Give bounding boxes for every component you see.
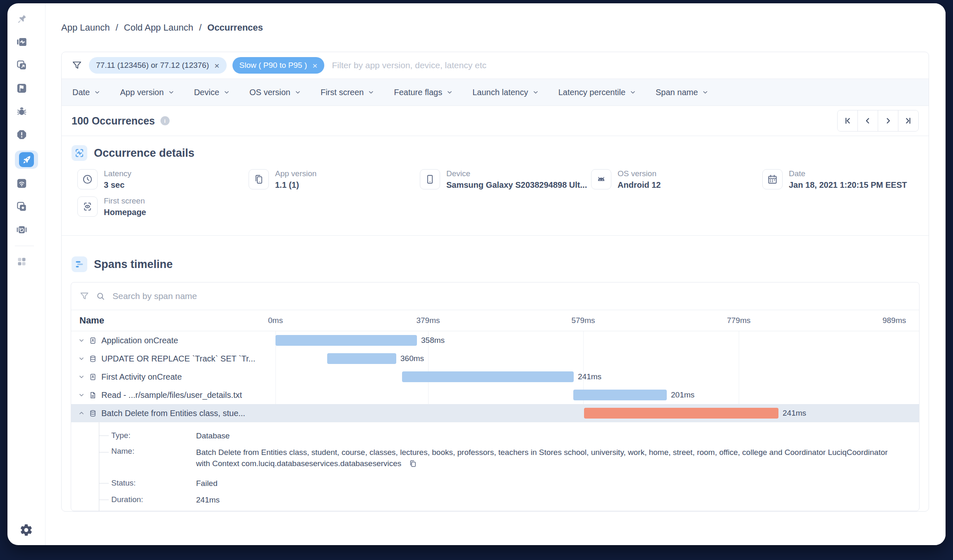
filter-chip[interactable]: Slow ( P90 to P95 )×: [232, 57, 325, 74]
dropdown-label: App version: [120, 88, 164, 97]
field-text: OS versionAndroid 12: [618, 169, 661, 190]
chevron-down-icon[interactable]: [79, 392, 84, 398]
filter-chip[interactable]: 77.11 (123456) or 77.12 (12376)×: [89, 57, 227, 74]
span-detail-row-status: Status:Failed: [111, 475, 909, 491]
field-date: DateJan 18, 2021 1:20:15 PM EEST: [762, 169, 929, 190]
filter-dropdown-first-screen[interactable]: First screen: [321, 88, 374, 97]
occurrences-card: 77.11 (123456) or 77.12 (12376)×Slow ( P…: [61, 52, 929, 512]
main-area: App Launch/Cold App Launch/Occurrences 7…: [45, 3, 946, 545]
span-name-text: UPDATE OR REPLACE `Track` SET `Tr...: [101, 354, 255, 364]
app-icon: [89, 337, 97, 345]
span-detail-value: Batch Delete from Entities class, studen…: [196, 447, 895, 469]
span-row-name: Batch Delete from Entities class, stue..…: [71, 409, 275, 418]
launch-icon: [19, 152, 34, 167]
sidebar-item-featured[interactable]: [15, 199, 29, 213]
filter-dropdown-row: DateApp versionDeviceOS versionFirst scr…: [62, 79, 929, 106]
span-detail-value: 241ms: [196, 494, 220, 505]
app-icon: [89, 373, 97, 381]
span-detail-label: Status:: [111, 479, 196, 488]
span-row[interactable]: First Activity onCreate241ms: [71, 368, 919, 386]
field-label: Latency: [104, 169, 132, 178]
span-name-text: First Activity onCreate: [101, 372, 182, 382]
spans-table-card: Name 0ms379ms579ms779ms989ms Application…: [71, 282, 919, 511]
copy-icon[interactable]: [409, 459, 417, 468]
span-detail-value: Database: [196, 430, 230, 441]
info-icon[interactable]: i: [160, 116, 170, 125]
filter-dropdown-feature-flags[interactable]: Feature flags: [394, 88, 453, 97]
filter-dropdown-app-version[interactable]: App version: [120, 88, 174, 97]
sidebar-item-bug[interactable]: [15, 104, 29, 118]
field-text: App version1.1 (1): [275, 169, 316, 190]
filter-dropdown-latency-percentile[interactable]: Latency percentile: [558, 88, 636, 97]
chevron-down-icon[interactable]: [79, 374, 84, 380]
span-filter-funnel-icon: [79, 291, 89, 301]
chip-remove-icon[interactable]: ×: [312, 61, 317, 70]
chevron-down-icon: [368, 89, 374, 95]
filter-dropdown-device[interactable]: Device: [194, 88, 230, 97]
sidebar-item-flag[interactable]: [15, 81, 29, 95]
field-label: App version: [275, 169, 316, 178]
filter-dropdown-date[interactable]: Date: [72, 88, 100, 97]
chevron-up-icon[interactable]: [79, 410, 84, 416]
span-detail-value: Failed: [196, 478, 218, 489]
settings-button[interactable]: [19, 524, 34, 538]
field-label: Device: [446, 169, 587, 178]
breadcrumb-separator: /: [199, 22, 201, 33]
span-name-text: Application onCreate: [101, 336, 178, 345]
span-row[interactable]: UPDATE OR REPLACE `Track` SET `Tr...360m…: [71, 349, 919, 368]
dropdown-label: Launch latency: [472, 88, 528, 97]
filter-chip-label: 77.11 (123456) or 77.12 (12376): [96, 61, 209, 70]
span-row-name: First Activity onCreate: [71, 372, 275, 382]
sidebar-item-dashboard[interactable]: [15, 35, 29, 49]
filter-funnel-icon: [72, 60, 82, 71]
filter-input[interactable]: [331, 60, 919, 71]
sidebar-item-network[interactable]: [15, 176, 29, 190]
chevron-down-icon[interactable]: [79, 356, 84, 361]
sidebar-item-apps[interactable]: [15, 254, 29, 268]
dropdown-label: Date: [72, 88, 90, 97]
first-page-button[interactable]: [838, 110, 857, 131]
span-row[interactable]: Application onCreate358ms: [71, 331, 919, 349]
span-row[interactable]: Read - ...r/sample/files/user_details.tx…: [71, 386, 919, 404]
span-row[interactable]: Batch Delete from Entities class, stue..…: [71, 404, 919, 422]
filter-dropdown-launch-latency[interactable]: Launch latency: [472, 88, 539, 97]
clock-icon: [77, 169, 98, 189]
sidebar-item-screens[interactable]: [15, 58, 29, 72]
sidebar-item-pin[interactable]: [15, 12, 29, 26]
sidebar-item-alert[interactable]: [15, 127, 29, 141]
duration-bar: [275, 335, 417, 346]
first-screen-icon: [77, 196, 98, 217]
field-first-screen: First screenHomepage: [77, 196, 249, 217]
next-page-button[interactable]: [878, 110, 898, 131]
sidebar-divider: [15, 246, 34, 246]
sidebar-item-launch[interactable]: [15, 151, 38, 169]
occurrence-details-icon: [72, 145, 87, 161]
filter-dropdown-span-name[interactable]: Span name: [656, 88, 708, 97]
last-page-button[interactable]: [898, 110, 918, 131]
chip-remove-icon[interactable]: ×: [214, 61, 219, 70]
span-search-input[interactable]: [112, 291, 911, 302]
span-name-text: Read - ...r/sample/files/user_details.tx…: [101, 390, 242, 400]
field-label: First screen: [104, 196, 146, 206]
previous-page-button[interactable]: [857, 110, 878, 131]
occurrences-toolbar: 100 Occurrences i: [62, 106, 929, 136]
name-column-header: Name: [79, 315, 104, 326]
filter-dropdown-os-version[interactable]: OS version: [249, 88, 301, 97]
field-value: Jan 18, 2021 1:20:15 PM EEST: [789, 180, 907, 190]
breadcrumb-item-cold-app-launch[interactable]: Cold App Launch: [124, 22, 194, 33]
span-row-name: Read - ...r/sample/files/user_details.tx…: [71, 390, 275, 400]
field-text: Latency3 sec: [104, 169, 132, 190]
duration-bar: [402, 371, 574, 382]
spans-rows: Application onCreate358msUPDATE OR REPLA…: [71, 331, 919, 422]
sidebar-item-replay[interactable]: [15, 223, 29, 237]
database-icon: [89, 355, 97, 363]
field-os-version: OS versionAndroid 12: [591, 169, 762, 190]
chevron-down-icon[interactable]: [79, 337, 84, 343]
span-detail-row-start-time: Start time/date:Jan 18, 2021 1:20:15 PM …: [111, 508, 909, 511]
chevron-down-icon: [94, 89, 100, 95]
pin-icon: [16, 13, 27, 24]
time-tick: 0ms: [268, 316, 283, 325]
dropdown-label: First screen: [321, 88, 364, 97]
breadcrumb-item-app-launch[interactable]: App Launch: [61, 22, 110, 33]
field-text: DeviceSamsung Galaxy S2038294898 Ult...: [446, 169, 587, 190]
